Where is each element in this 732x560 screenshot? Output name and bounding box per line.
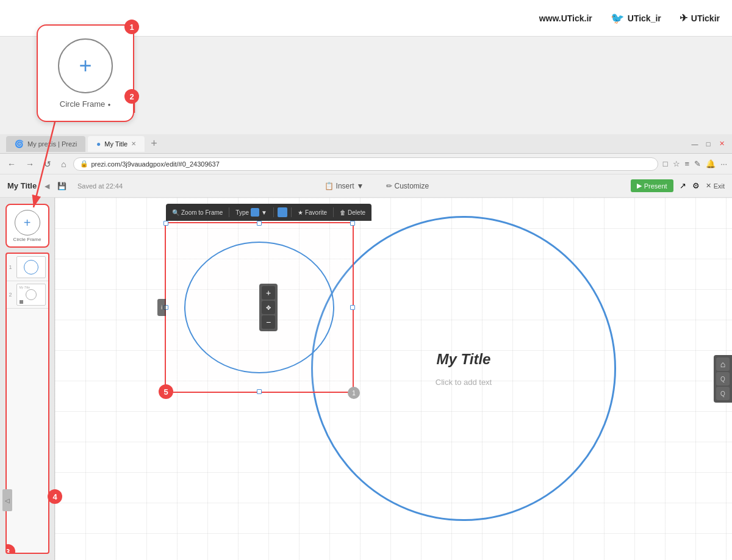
circle-frame-widget[interactable]: + Circle Frame ⬥ 1 2 (37, 24, 134, 122)
slide-2-circle (26, 289, 37, 300)
toolbar-right: ▶ Present ↗ ⚙ ✕ Exit (631, 179, 725, 192)
app-toolbar: My Title ◄ 💾 Saved at 22:44 📋 Insert ▼ ✏… (0, 174, 732, 198)
delete-btn[interactable]: 🗑 Delete (337, 208, 368, 217)
browser-urlbar: ← → ↺ ⌂ 🔒 prezi.com/3j9vauadgpox/edit/#0… (0, 154, 732, 174)
sidebar-plus-icon: + (24, 217, 31, 229)
menu-icon[interactable]: ≡ (685, 159, 690, 168)
tab-my-title[interactable]: ● My Title ✕ (88, 136, 145, 152)
zoom-to-frame-btn[interactable]: 🔍 Zoom to Frame (170, 208, 225, 217)
slide-1-number: 1 (9, 264, 16, 270)
frame-corner-badge: 1 (348, 387, 360, 399)
restore-button[interactable]: □ (704, 140, 712, 148)
url-text: prezi.com/3j9vauadgpox/edit/#0_24309637 (91, 160, 219, 168)
favorite-label: Favorite (305, 209, 327, 216)
tab-my-title-label: My Title (104, 140, 127, 148)
frame-toolbar: 🔍 Zoom to Frame Type ▼ ★ Favorite (166, 204, 371, 221)
widget-dropdown-icon: ⬥ (107, 101, 111, 107)
save-icon: 💾 (57, 182, 66, 190)
close-button[interactable]: ✕ (717, 140, 726, 148)
refresh-button[interactable]: ↺ (41, 158, 54, 170)
badge-1: 1 (124, 20, 139, 34)
large-circle-title[interactable]: My Title (437, 351, 491, 368)
sidebar-circle-frame-btn[interactable]: + Circle Frame (5, 204, 49, 248)
in-frame-zoom-controls: + ✥ − (259, 284, 278, 331)
sidebar-frame-label: Circle Frame (13, 237, 41, 242)
presentation-title: My Title (7, 181, 37, 190)
type-label: Type (235, 209, 249, 216)
type-btn[interactable]: Type ▼ (233, 207, 270, 218)
zoom-to-frame-label: Zoom to Frame (181, 209, 223, 216)
right-zoomin-btn[interactable]: Q (716, 372, 730, 386)
slide-1-circle (24, 260, 38, 275)
forward-button[interactable]: → (23, 158, 37, 170)
new-tab-button[interactable]: + (147, 137, 161, 150)
lock-icon: 🔒 (80, 160, 88, 168)
twitter-icon: 🐦 (611, 12, 624, 25)
more-icon[interactable]: ··· (720, 159, 727, 168)
exit-label: Exit (714, 182, 725, 190)
resize-handle-bm[interactable] (257, 389, 262, 394)
home-button[interactable]: ⌂ (59, 158, 68, 170)
url-bar[interactable]: 🔒 prezi.com/3j9vauadgpox/edit/#0_2430963… (73, 157, 658, 171)
slide-1-preview (16, 256, 46, 278)
widget-label-row: Circle Frame ⬥ (60, 99, 111, 109)
zoom-drag-btn[interactable]: ✥ (262, 301, 275, 314)
reader-icon[interactable]: ☆ (673, 159, 680, 168)
share-icon[interactable]: ↗ (680, 181, 686, 190)
insert-button[interactable]: 📋 Insert ▼ (320, 179, 369, 193)
insert-icon: 📋 (325, 182, 334, 190)
telegram-icon: ✈ (680, 12, 687, 24)
selected-frame[interactable]: 🔍 Zoom to Frame Type ▼ ★ Favorite (165, 222, 354, 393)
badge-4: 4 (48, 489, 62, 504)
large-circle-subtitle[interactable]: Click to add text (436, 378, 492, 387)
exit-button[interactable]: ✕ Exit (706, 182, 725, 190)
widget-label: Circle Frame (60, 99, 105, 109)
toolbar-sep-4 (333, 207, 334, 217)
customize-icon: ✏ (386, 182, 392, 190)
slide-2-preview: My Title (16, 284, 46, 306)
customize-button[interactable]: ✏ Customize (381, 179, 434, 193)
badge-2: 2 (124, 89, 139, 104)
back-button[interactable]: ← (5, 158, 18, 170)
bell-icon[interactable]: 🔔 (706, 159, 716, 168)
bookmark-icon[interactable]: □ (663, 159, 668, 168)
frame-left-handle[interactable]: i (157, 299, 166, 316)
type-dropdown-icon: ▼ (261, 209, 267, 216)
saved-label: Saved at 22:44 (77, 182, 123, 190)
toolbar-sep-1 (229, 207, 229, 217)
canvas-area[interactable]: 🔍 Zoom to Frame Type ▼ ★ Favorite (55, 198, 732, 560)
exit-x-icon: ✕ (706, 182, 711, 190)
minimize-button[interactable]: — (691, 140, 699, 148)
tab-prezis[interactable]: 🌀 My prezis | Prezi (6, 136, 85, 152)
delete-label: Delete (348, 209, 365, 216)
favorite-btn[interactable]: ★ Favorite (295, 208, 329, 217)
play-icon: ▶ (637, 182, 642, 190)
right-zoom-panel: ⌂ Q Q (714, 355, 732, 403)
tab-close-icon[interactable]: ✕ (131, 140, 136, 147)
resize-handle-tm[interactable] (257, 221, 262, 226)
toolbar-back-arrow[interactable]: ◄ (43, 181, 51, 191)
present-button[interactable]: ▶ Present (631, 179, 673, 192)
resize-handle-tr[interactable] (350, 221, 355, 226)
right-zoomout-btn[interactable]: Q (716, 387, 730, 400)
slide-1-thumb[interactable]: 1 (7, 254, 48, 281)
circle-frame-icon: + (58, 38, 113, 93)
tab-prezis-icon: 🌀 (15, 140, 24, 148)
large-circle-frame[interactable]: My Title Click to add text (311, 216, 616, 521)
badge-3: 3 (5, 544, 15, 554)
browser-content: + Circle Frame 1 2 My Title (0, 198, 732, 560)
info-icon: i (161, 304, 162, 311)
settings-icon[interactable]: ⚙ (692, 181, 700, 190)
zoom-in-btn[interactable]: + (262, 286, 275, 300)
resize-handle-mr[interactable] (350, 305, 355, 310)
cid-fate-label: Cid Fate (55, 370, 78, 377)
slide-2-thumb[interactable]: 2 My Title (7, 281, 48, 309)
edit-icon[interactable]: ✎ (694, 159, 701, 168)
resize-handle-tl[interactable] (163, 221, 168, 226)
right-home-btn[interactable]: ⌂ (716, 357, 730, 371)
toolbar-sep-2 (273, 207, 274, 217)
zoom-out-btn[interactable]: − (262, 315, 275, 329)
window-controls: — □ ✕ (691, 140, 726, 148)
color-picker-btn[interactable] (278, 207, 287, 217)
collapse-sidebar-btn[interactable]: ◁ (2, 489, 12, 511)
